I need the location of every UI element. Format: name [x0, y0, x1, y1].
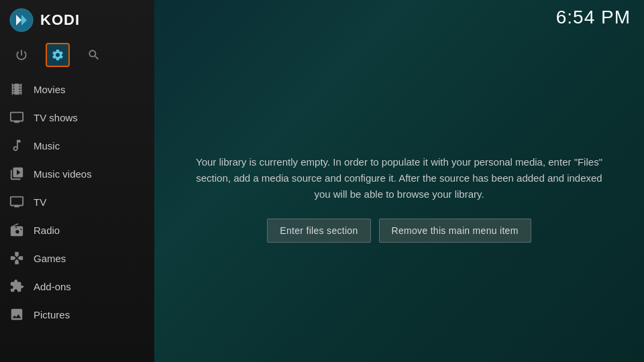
power-icon — [15, 48, 28, 62]
power-button[interactable] — [9, 43, 34, 67]
sidebar: KODI Movies — [0, 0, 154, 362]
settings-button[interactable] — [46, 43, 70, 67]
time-display: 6:54 PM — [556, 7, 631, 28]
main-content: 6:54 PM Your library is currently empty.… — [154, 0, 644, 362]
top-bar: 6:54 PM — [154, 0, 644, 35]
sidebar-label-pictures: Pictures — [34, 309, 70, 320]
sidebar-item-radio[interactable]: Radio — [0, 216, 154, 244]
sidebar-label-add-ons: Add-ons — [34, 281, 71, 292]
sidebar-item-tv[interactable]: TV — [0, 188, 154, 216]
music-videos-icon — [9, 166, 24, 181]
kodi-logo-icon — [9, 8, 34, 32]
sidebar-label-music-videos: Music videos — [34, 168, 92, 180]
sidebar-item-pictures[interactable]: Pictures — [0, 300, 154, 328]
radio-icon — [9, 223, 24, 237]
tv-icon — [9, 194, 24, 209]
enter-files-button[interactable]: Enter files section — [267, 219, 370, 243]
app-title: KODI — [40, 11, 80, 29]
empty-library-message: Your library is currently empty. In orde… — [195, 154, 604, 243]
sidebar-item-music[interactable]: Music — [0, 131, 154, 160]
sidebar-item-games[interactable]: Games — [0, 244, 154, 272]
sidebar-item-movies[interactable]: Movies — [0, 75, 154, 103]
sidebar-label-music: Music — [34, 140, 60, 152]
sidebar-icon-row — [0, 40, 154, 75]
action-buttons: Enter files section Remove this main men… — [195, 219, 604, 243]
app-header: KODI — [0, 0, 154, 40]
sidebar-label-radio: Radio — [34, 225, 60, 236]
sidebar-label-movies: Movies — [34, 84, 66, 95]
sidebar-label-games: Games — [34, 253, 66, 264]
movies-icon — [9, 82, 24, 97]
settings-icon — [51, 48, 64, 62]
search-button[interactable] — [82, 43, 106, 67]
games-icon — [9, 251, 24, 265]
message-text: Your library is currently empty. In orde… — [195, 154, 604, 202]
sidebar-item-add-ons[interactable]: Add-ons — [0, 272, 154, 300]
sidebar-item-music-videos[interactable]: Music videos — [0, 160, 154, 188]
music-icon — [9, 138, 24, 153]
sidebar-nav: Movies TV shows Music Music videos — [0, 75, 154, 328]
sidebar-item-tv-shows[interactable]: TV shows — [0, 103, 154, 131]
remove-menu-item-button[interactable]: Remove this main menu item — [379, 219, 531, 243]
add-ons-icon — [9, 279, 24, 294]
pictures-icon — [9, 307, 24, 322]
content-area: Your library is currently empty. In orde… — [154, 35, 644, 362]
tv-shows-icon — [9, 110, 24, 125]
sidebar-label-tv: TV — [34, 196, 46, 208]
sidebar-label-tv-shows: TV shows — [34, 112, 78, 123]
search-icon — [87, 48, 101, 62]
